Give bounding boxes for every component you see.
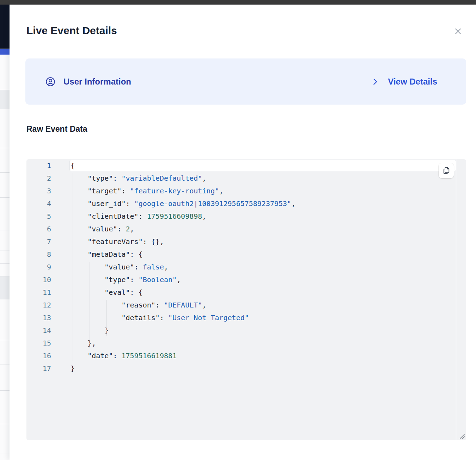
background-row-divider	[0, 172, 10, 173]
code-line: 10 "type": "Boolean",	[26, 273, 466, 286]
background-row-divider	[0, 424, 10, 424]
line-number: 3	[26, 185, 51, 197]
code-text: {	[51, 159, 75, 172]
user-information-card[interactable]: User Information View Details	[25, 58, 466, 105]
code-line: 17}	[26, 362, 466, 375]
user-circle-icon	[45, 76, 56, 87]
code-line: 1{	[26, 159, 466, 172]
close-icon	[453, 26, 463, 37]
background-row-divider	[0, 390, 10, 391]
code-text: }	[51, 324, 109, 337]
background-row-divider	[0, 250, 10, 250]
code-line: 8 "metaData": {	[26, 248, 466, 261]
resize-handle[interactable]	[458, 433, 465, 440]
background-row-divider	[0, 365, 10, 365]
line-number: 11	[26, 286, 51, 299]
line-number: 9	[26, 261, 51, 273]
code-text: }	[51, 362, 75, 375]
drawer-title: Live Event Details	[26, 24, 117, 37]
background-row-divider	[0, 230, 10, 230]
background-row-divider	[0, 454, 10, 454]
code-text: "target": "feature-key-routing",	[51, 185, 224, 197]
code-line: 11 "eval": {	[26, 286, 466, 299]
code-text: "details": "User Not Targeted"	[51, 311, 249, 324]
user-card-left: User Information	[45, 76, 131, 87]
code-lines: 1{2 "type": "variableDefaulted",3 "targe…	[26, 159, 466, 375]
chevron-right-icon	[371, 77, 379, 86]
code-line: 7 "featureVars": {},	[26, 235, 466, 248]
code-line: 6 "value": 2,	[26, 223, 466, 235]
code-line: 5 "clientDate": 1759516609898,	[26, 210, 466, 223]
line-number: 15	[26, 337, 51, 349]
view-details-label: View Details	[388, 77, 437, 87]
line-number: 4	[26, 197, 51, 210]
line-number: 13	[26, 311, 51, 324]
line-number: 8	[26, 248, 51, 261]
code-text: "type": "Boolean",	[51, 273, 181, 286]
code-line: 14 }	[26, 324, 466, 337]
user-card-label: User Information	[63, 77, 131, 87]
code-text: "date": 1759516619881	[51, 349, 177, 362]
code-text: "eval": {	[51, 286, 143, 299]
background-row-divider	[0, 148, 10, 148]
background-sidebar	[0, 5, 10, 49]
raw-event-data-heading: Raw Event Data	[26, 124, 87, 134]
code-line: 15 },	[26, 337, 466, 349]
code-text: "metaData": {	[51, 248, 143, 261]
line-number: 14	[26, 324, 51, 337]
line-number: 6	[26, 223, 51, 235]
background-row-divider	[0, 340, 10, 340]
line-number: 5	[26, 210, 51, 223]
background-row-band	[0, 90, 10, 108]
scrollbar-gutter-divider	[456, 159, 456, 440]
code-text: "featureVars": {},	[51, 235, 164, 248]
view-details-link[interactable]: View Details	[371, 77, 437, 87]
page-root: Live Event Details User Information View…	[0, 0, 476, 460]
code-text: "user_id": "google-oauth2|10039129565758…	[51, 197, 295, 210]
resize-grip-icon	[459, 433, 465, 440]
background-row-divider	[0, 197, 10, 198]
line-number: 1	[26, 159, 51, 172]
code-text: "value": false,	[51, 261, 168, 273]
line-number: 16	[26, 349, 51, 362]
line-number: 10	[26, 273, 51, 286]
line-number: 17	[26, 362, 51, 375]
line-number: 2	[26, 172, 51, 185]
live-event-details-drawer: Live Event Details User Information View…	[10, 5, 476, 460]
close-button[interactable]	[451, 25, 465, 38]
background-row-divider	[0, 263, 10, 264]
code-line: 12 "reason": "DEFAULT",	[26, 299, 466, 311]
browser-chrome-bar	[0, 0, 476, 5]
code-line: 9 "value": false,	[26, 261, 466, 273]
code-text: "type": "variableDefaulted",	[51, 172, 206, 185]
raw-event-data-code-block[interactable]: 1{2 "type": "variableDefaulted",3 "targe…	[26, 159, 466, 440]
code-line: 13 "details": "User Not Targeted"	[26, 311, 466, 324]
code-line: 3 "target": "feature-key-routing",	[26, 185, 466, 197]
code-line: 4 "user_id": "google-oauth2|100391295657…	[26, 197, 466, 210]
code-text: "value": 2,	[51, 223, 134, 235]
code-text: "reason": "DEFAULT",	[51, 299, 206, 311]
line-number: 7	[26, 235, 51, 248]
code-text: "clientDate": 1759516609898,	[51, 210, 206, 223]
code-line: 2 "type": "variableDefaulted",	[26, 172, 466, 185]
code-text: },	[51, 337, 96, 349]
line-number: 12	[26, 299, 51, 311]
background-active-indicator	[0, 49, 10, 55]
background-row-band	[0, 276, 10, 299]
copy-button[interactable]	[439, 163, 454, 178]
background-page-edge	[0, 5, 10, 460]
code-line: 16 "date": 1759516619881	[26, 349, 466, 362]
copy-icon	[442, 166, 451, 175]
